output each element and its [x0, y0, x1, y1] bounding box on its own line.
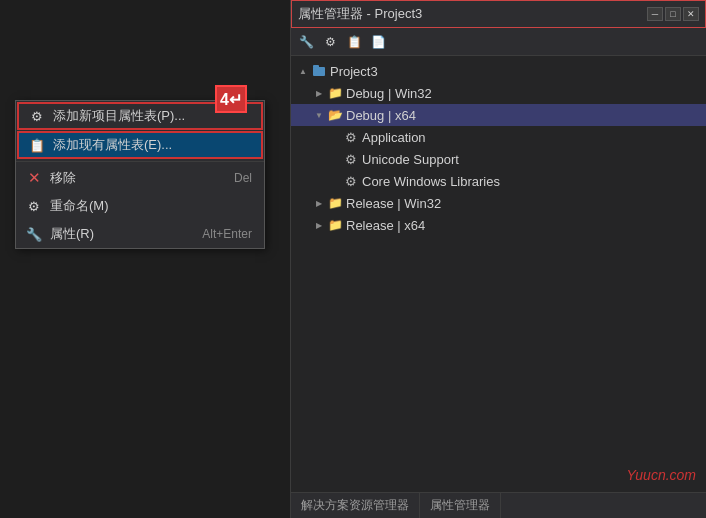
tree-item-core-windows[interactable]: ⚙ Core Windows Libraries — [291, 170, 706, 192]
expand-debug-win32: ▶ — [311, 85, 327, 101]
expand-application — [327, 129, 343, 145]
folder-release-win32-icon: 📁 — [327, 195, 343, 211]
close-button[interactable]: ✕ — [683, 7, 699, 21]
toolbar-page-btn[interactable]: 📄 — [367, 31, 389, 53]
solution-explorer-label: 解决方案资源管理器 — [301, 497, 409, 514]
tree-item-release-win32[interactable]: ▶ 📁 Release | Win32 — [291, 192, 706, 214]
expand-unicode — [327, 151, 343, 167]
toolbar-wrench-btn[interactable]: 🔧 — [295, 31, 317, 53]
solution-explorer-tab[interactable]: 解决方案资源管理器 — [291, 493, 420, 518]
core-windows-label: Core Windows Libraries — [362, 174, 500, 189]
add-existing-property-item[interactable]: 📋 添加现有属性表(E)... — [17, 131, 263, 159]
properties-label: 属性(R) — [50, 225, 182, 243]
remove-property-item[interactable]: ✕ 移除 Del — [16, 164, 264, 192]
unicode-label: Unicode Support — [362, 152, 459, 167]
folder-debug-win32-icon: 📁 — [327, 85, 343, 101]
expand-debug-x64: ▼ — [311, 107, 327, 123]
tree-item-unicode-support[interactable]: ⚙ Unicode Support — [291, 148, 706, 170]
toolbar-gear-btn[interactable]: ⚙ — [319, 31, 341, 53]
title-bar: 属性管理器 - Project3 ─ □ ✕ — [291, 0, 706, 28]
step-number: 4↵ — [220, 90, 242, 109]
minimize-button[interactable]: ─ — [647, 7, 663, 21]
tree-item-debug-x64[interactable]: ▼ 📂 Debug | x64 — [291, 104, 706, 126]
toolbar: 🔧 ⚙ 📋 📄 — [291, 28, 706, 56]
add-existing-icon: 📋 — [27, 135, 47, 155]
remove-shortcut: Del — [234, 171, 252, 185]
project3-label: Project3 — [330, 64, 378, 79]
expand-project3: ▲ — [295, 63, 311, 79]
property-manager-tab[interactable]: 属性管理器 — [420, 493, 501, 518]
core-windows-icon: ⚙ — [343, 173, 359, 189]
add-new-icon: ⚙ — [27, 106, 47, 126]
add-existing-label: 添加现有属性表(E)... — [53, 136, 249, 154]
left-panel: ⚙ 添加新项目属性表(P)... 📋 添加现有属性表(E)... ✕ 移除 De… — [0, 0, 290, 518]
rename-property-item[interactable]: ⚙ 重命名(M) — [16, 192, 264, 220]
tree-item-application[interactable]: ⚙ Application — [291, 126, 706, 148]
rename-icon: ⚙ — [24, 196, 44, 216]
tree-item-debug-win32[interactable]: ▶ 📁 Debug | Win32 — [291, 82, 706, 104]
bottom-tabs: 解决方案资源管理器 属性管理器 — [291, 492, 706, 518]
right-panel: 属性管理器 - Project3 ─ □ ✕ 🔧 ⚙ 📋 📄 ▲ — [290, 0, 706, 518]
svg-rect-0 — [313, 67, 325, 76]
tree-item-project3[interactable]: ▲ Project3 — [291, 60, 706, 82]
context-menu: ⚙ 添加新项目属性表(P)... 📋 添加现有属性表(E)... ✕ 移除 De… — [15, 100, 265, 249]
debug-x64-label: Debug | x64 — [346, 108, 416, 123]
folder-debug-x64-icon: 📂 — [327, 107, 343, 123]
menu-separator-1 — [16, 161, 264, 162]
svg-rect-1 — [313, 65, 319, 68]
property-manager-label: 属性管理器 — [430, 497, 490, 514]
project-icon — [311, 63, 327, 79]
properties-item[interactable]: 🔧 属性(R) Alt+Enter — [16, 220, 264, 248]
remove-icon: ✕ — [24, 168, 44, 188]
remove-label: 移除 — [50, 169, 214, 187]
rename-label: 重命名(M) — [50, 197, 252, 215]
folder-release-x64-icon: 📁 — [327, 217, 343, 233]
toolbar-doc-btn[interactable]: 📋 — [343, 31, 365, 53]
application-icon: ⚙ — [343, 129, 359, 145]
restore-button[interactable]: □ — [665, 7, 681, 21]
unicode-icon: ⚙ — [343, 151, 359, 167]
step-badge: 4↵ — [215, 85, 247, 113]
expand-release-x64: ▶ — [311, 217, 327, 233]
tree-item-release-x64[interactable]: ▶ 📁 Release | x64 — [291, 214, 706, 236]
properties-shortcut: Alt+Enter — [202, 227, 252, 241]
release-x64-label: Release | x64 — [346, 218, 425, 233]
watermark-text: Yuucn.com — [626, 467, 696, 483]
release-win32-label: Release | Win32 — [346, 196, 441, 211]
expand-core-windows — [327, 173, 343, 189]
debug-win32-label: Debug | Win32 — [346, 86, 432, 101]
application-label: Application — [362, 130, 426, 145]
expand-release-win32: ▶ — [311, 195, 327, 211]
watermark: Yuucn.com — [626, 467, 696, 483]
main-container: ⚙ 添加新项目属性表(P)... 📋 添加现有属性表(E)... ✕ 移除 De… — [0, 0, 706, 518]
title-buttons: ─ □ ✕ — [647, 7, 699, 21]
tree-view: ▲ Project3 ▶ 📁 Debug | Win32 ▼ 📂 — [291, 56, 706, 492]
window-title: 属性管理器 - Project3 — [298, 5, 422, 23]
properties-icon: 🔧 — [24, 224, 44, 244]
